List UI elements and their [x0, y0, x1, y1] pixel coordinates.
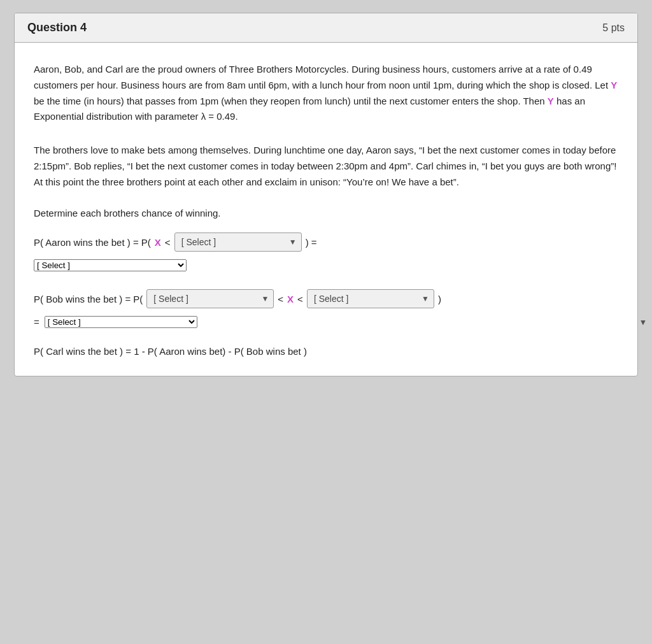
p2-text: The brothers love to make bets among the…: [34, 145, 616, 187]
bob-bracket-close: ): [438, 294, 441, 304]
y-variable-2: Y: [548, 96, 554, 106]
bob-eq: =: [34, 317, 39, 327]
carl-prob-row: P( Carl wins the bet ) = 1 - P( Aaron wi…: [34, 346, 618, 357]
p1-text-after-y: be the time (in hours) that passes from …: [34, 96, 548, 106]
aaron-select1[interactable]: [ Select ] 1.15 1.5 3 5: [174, 233, 302, 252]
question-body: Aaron, Bob, and Carl are the proud owner…: [15, 43, 637, 376]
aaron-prob-row: P( Aaron wins the bet ) = P( X < [ Selec…: [34, 233, 618, 252]
aaron-select1-wrapper: [ Select ] 1.15 1.5 3 5 ▼: [174, 233, 302, 252]
bob-select3-wrapper: [ Select ] 0.1 0.2 0.3 0.5 ▼: [45, 316, 197, 328]
paragraph-1: Aaron, Bob, and Carl are the proud owner…: [34, 62, 618, 125]
bob-select1[interactable]: [ Select ] 1.5 2 2.5 3: [146, 289, 274, 308]
bob-select3-row: = [ Select ] 0.1 0.2 0.3 0.5 ▼: [34, 316, 618, 328]
bob-prob-row: P( Bob wins the bet ) = P( [ Select ] 1.…: [34, 289, 618, 308]
bob-select3[interactable]: [ Select ] 0.1 0.2 0.3 0.5: [45, 316, 197, 328]
p1-text-before-y: Aaron, Bob, and Carl are the proud owner…: [34, 64, 611, 90]
bob-label-start: P( Bob wins the bet ) = P(: [34, 294, 143, 304]
aaron-select2-wrapper: [ Select ] 0.1 0.2 0.3 0.5 ▼: [34, 259, 187, 271]
aaron-select2-row: [ Select ] 0.1 0.2 0.3 0.5 ▼: [34, 259, 618, 271]
bob-lt1: <: [278, 294, 283, 304]
bob-lt2: <: [297, 294, 303, 304]
aaron-label-start: P( Aaron wins the bet ) = P(: [34, 237, 151, 248]
carl-label: P( Carl wins the bet ) = 1 - P( Aaron wi…: [34, 346, 307, 357]
bob-select1-wrapper: [ Select ] 1.5 2 2.5 3 ▼: [146, 289, 274, 308]
y-variable-1: Y: [611, 80, 617, 90]
bob-select2-wrapper: [ Select ] 1.5 3 4 5 ▼: [307, 289, 434, 308]
paragraph-2: The brothers love to make bets among the…: [34, 143, 618, 190]
question-card: Question 4 5 pts Aaron, Bob, and Carl ar…: [14, 13, 638, 376]
determine-text: Determine each brothers chance of winnin…: [34, 208, 618, 218]
bob-select2[interactable]: [ Select ] 1.5 3 4 5: [307, 289, 434, 308]
aaron-lt: <: [165, 237, 171, 248]
aaron-x-var: X: [155, 237, 161, 248]
question-title: Question 4: [27, 21, 87, 34]
question-header: Question 4 5 pts: [15, 13, 637, 43]
aaron-bracket-close: ) =: [306, 237, 317, 248]
bob-x-var: X: [287, 294, 294, 304]
aaron-select2[interactable]: [ Select ] 0.1 0.2 0.3 0.5: [34, 259, 187, 271]
question-points: 5 pts: [602, 22, 625, 34]
